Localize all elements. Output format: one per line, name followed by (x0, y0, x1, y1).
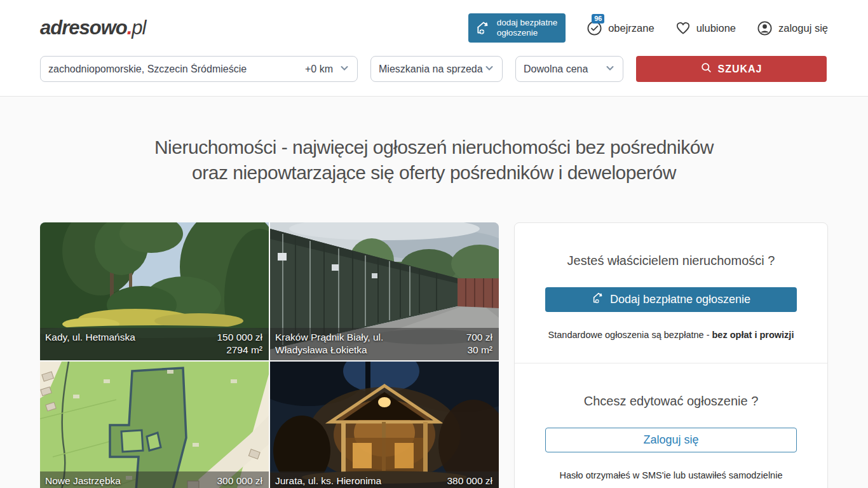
listing-card[interactable]: Jurata, ul. ks. Hieronima 380 000 zł (270, 362, 499, 488)
chevron-down-icon (484, 63, 494, 76)
listing-name: Nowe Jastrzębka (45, 475, 121, 488)
listing-name: Kraków Prądnik Biały, ul. Władysława Łok… (275, 331, 410, 356)
listing-caption: Jurata, ul. ks. Hieronima 380 000 zł (270, 471, 499, 488)
listing-area: 2794 m² (226, 344, 262, 355)
location-value: zachodniopomorskie, Szczecin Śródmieście (48, 64, 305, 75)
header: adresowo.pl dodaj bezpłatne ogłoszenie (0, 0, 868, 97)
user-circle-icon (756, 20, 773, 37)
owner-note-regular: Standardowe ogłoszenia są bezpłatne - (548, 330, 712, 340)
chevron-down-icon[interactable] (339, 63, 349, 76)
add-free-listing-label: Dodaj bezpłatne ogłoszenie (610, 293, 750, 306)
owner-section-title: Jesteś właścicielem nieruchomości ? (545, 254, 797, 268)
login-label: zaloguj się (778, 22, 828, 34)
category-select[interactable]: Mieszkania na sprzeda (370, 56, 503, 82)
category-value: Mieszkania na sprzeda (379, 64, 484, 75)
check-circle-icon: 96 (586, 20, 603, 37)
favorites-label: ulubione (696, 22, 736, 34)
listing-name: Jurata, ul. ks. Hieronima (275, 475, 381, 488)
logo-brand: adresowo (40, 17, 127, 39)
listing-card[interactable]: Nowe Jastrzębka 300 000 zł (40, 362, 269, 488)
viewed-count-badge: 96 (592, 14, 604, 24)
add-free-listing-button[interactable]: Dodaj bezpłatne ogłoszenie (545, 287, 797, 312)
night-gazebo-photo (270, 362, 499, 488)
listing-name: Kady, ul. Hetmańska (45, 331, 135, 356)
price-value: Dowolna cena (524, 64, 605, 75)
owner-section: Jesteś właścicielem nieruchomości ? Doda… (515, 223, 827, 363)
edit-note: Hasło otrzymałeś w SMS'ie lub ustawiłeś … (545, 470, 797, 480)
search-button[interactable]: SZUKAJ (636, 56, 827, 82)
login-link[interactable]: zaloguj się (756, 20, 828, 37)
logo-tld: pl (132, 17, 146, 39)
chevron-down-icon (605, 63, 615, 76)
listing-card[interactable]: Kady, ul. Hetmańska 150 000 zł 2794 m² (40, 222, 269, 360)
edit-section: Chcesz edytować ogłoszenie ? Zaloguj się… (515, 363, 827, 488)
edit-section-title: Chcesz edytować ogłoszenie ? (545, 394, 797, 409)
heart-icon (675, 20, 691, 36)
price-select[interactable]: Dowolna cena (515, 56, 623, 82)
listing-caption: Nowe Jastrzębka 300 000 zł (40, 471, 269, 488)
viewed-link[interactable]: 96 obejrzane (586, 20, 654, 37)
listing-caption: Kraków Prądnik Biały, ul. Władysława Łok… (270, 328, 499, 360)
listing-price: 700 zł (466, 332, 492, 342)
favorites-link[interactable]: ulubione (675, 20, 736, 36)
add-listing-label-line1: dodaj bezpłatne (497, 18, 557, 27)
house-plus-icon (475, 20, 492, 36)
page-title: Nieruchomości - najwięcej ogłoszeń nieru… (0, 135, 868, 186)
logo[interactable]: adresowo.pl (40, 17, 146, 39)
listing-card[interactable]: Kraków Prądnik Biały, ul. Władysława Łok… (270, 222, 499, 360)
listing-price: 300 000 zł (217, 475, 262, 486)
listing-area: 30 m² (467, 344, 492, 355)
listing-price: 380 000 zł (447, 475, 492, 486)
page-title-line2: oraz niepowtarzające się oferty pośredni… (192, 162, 676, 183)
search-bar: zachodniopomorskie, Szczecin Śródmieście… (40, 56, 828, 96)
main-content: Kady, ul. Hetmańska 150 000 zł 2794 m² (40, 222, 828, 488)
house-plus-icon (592, 291, 606, 308)
add-listing-button[interactable]: dodaj bezpłatne ogłoszenie (468, 13, 566, 42)
owner-note: Standardowe ogłoszenia są bezpłatne - be… (545, 330, 797, 340)
owner-panel: Jesteś właścicielem nieruchomości ? Doda… (514, 222, 828, 488)
listings-grid: Kady, ul. Hetmańska 150 000 zł 2794 m² (40, 222, 499, 488)
add-listing-label-line2: ogłoszenie (497, 28, 538, 37)
viewed-label: obejrzane (608, 22, 654, 34)
sidebar-login-button[interactable]: Zaloguj się (545, 428, 797, 452)
owner-note-bold: bez opłat i prowizji (712, 330, 794, 340)
location-input[interactable]: zachodniopomorskie, Szczecin Śródmieście… (40, 56, 358, 82)
search-icon (700, 62, 712, 76)
search-button-label: SZUKAJ (717, 64, 762, 75)
listing-price: 150 000 zł (217, 332, 262, 342)
cadastral-map-image (40, 362, 269, 488)
listing-caption: Kady, ul. Hetmańska 150 000 zł 2794 m² (40, 328, 269, 360)
page-title-line1: Nieruchomości - najwięcej ogłoszeń nieru… (154, 137, 714, 158)
radius-select[interactable]: +0 km (305, 64, 333, 75)
